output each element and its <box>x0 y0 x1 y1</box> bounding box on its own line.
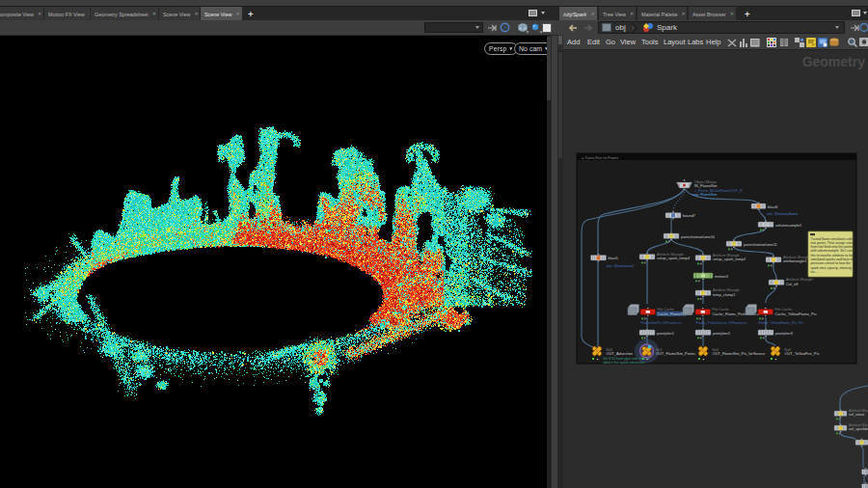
svg-text:IN_FlameSim: IN_FlameSim <box>694 183 718 188</box>
svg-text:Vel XYZ from pyro sim. Use to: Vel XYZ from pyro sim. Use to <box>603 357 649 361</box>
svg-text:bound7: bound7 <box>683 213 695 218</box>
svg-text:OUT_FlameSim_Points: OUT_FlameSim_Points <box>656 351 695 356</box>
svg-text:blast6: blast6 <box>768 204 777 209</box>
svg-text:out: @name=flame: out: @name=flame <box>767 212 798 216</box>
svg-text:etc....: etc.... <box>811 270 819 274</box>
svg-text:OUT_FlameSim_Pts_forSource: OUT_FlameSim_Pts_forSource <box>713 351 766 356</box>
svg-text:OUT_Advection: OUT_Advection <box>607 351 633 356</box>
svg-text:pointjitter2: pointjitter2 <box>713 331 730 336</box>
svg-text:pointjitter3: pointjitter3 <box>775 331 793 336</box>
svg-text:pointsfromvolume11: pointsfromvolume11 <box>744 242 777 247</box>
svg-text:out: @name=vel: out: @name=vel <box>607 264 634 268</box>
svg-text:vel_noise: vel_noise <box>849 412 864 417</box>
svg-text:exp: FlameSim: exp: FlameSim <box>692 193 717 197</box>
svg-text:OUT_YellowFire_Pts: OUT_YellowFire_Pts <box>785 351 820 356</box>
svg-text:FlameSimPts @Frames.a..: FlameSimPts @Frames.a.. <box>641 321 683 325</box>
svg-text:motion3: motion3 <box>715 274 728 279</box>
svg-text:temp_clamp1: temp_clamp1 <box>713 292 735 297</box>
svg-text:../_Flame_BlkJitsFlame/OUT_R: ../_Flame_BlkJitsFlame/OUT_R <box>693 189 743 193</box>
svg-text:Cache_YellowFlame_Pts: Cache_YellowFlame_Pts <box>775 312 817 316</box>
svg-text:pointsfromvolume10: pointsfromvolume10 <box>681 234 716 239</box>
svg-text:blast1: blast1 <box>609 256 618 260</box>
svg-text:pointjitter1: pointjitter1 <box>657 331 674 336</box>
svg-text:vel_sparkbeing: vel_sparkbeing <box>849 426 868 431</box>
svg-text:attribwrangle1: attribwrangle1 <box>783 258 806 263</box>
svg-text:Col_off: Col_off <box>786 282 799 286</box>
svg-text:setup_spark_temp2: setup_spark_temp2 <box>713 257 746 261</box>
svg-text:volumesample1: volumesample1 <box>775 223 801 228</box>
svg-text:setup_spark_temp4: setup_spark_temp4 <box>657 256 691 260</box>
svg-text:advect the spark simulation: advect the spark simulation <box>603 361 645 365</box>
svg-text:= Turns Fire to Points: = Turns Fire to Points <box>582 155 618 160</box>
svg-text:Flame_PtsforSource @Frames.a: Flame_PtsforSource @Frames.a <box>696 321 747 325</box>
svg-text:Flame_YellowFlame_Pts @fr..: Flame_YellowFlame_Pts @fr.. <box>759 321 805 325</box>
